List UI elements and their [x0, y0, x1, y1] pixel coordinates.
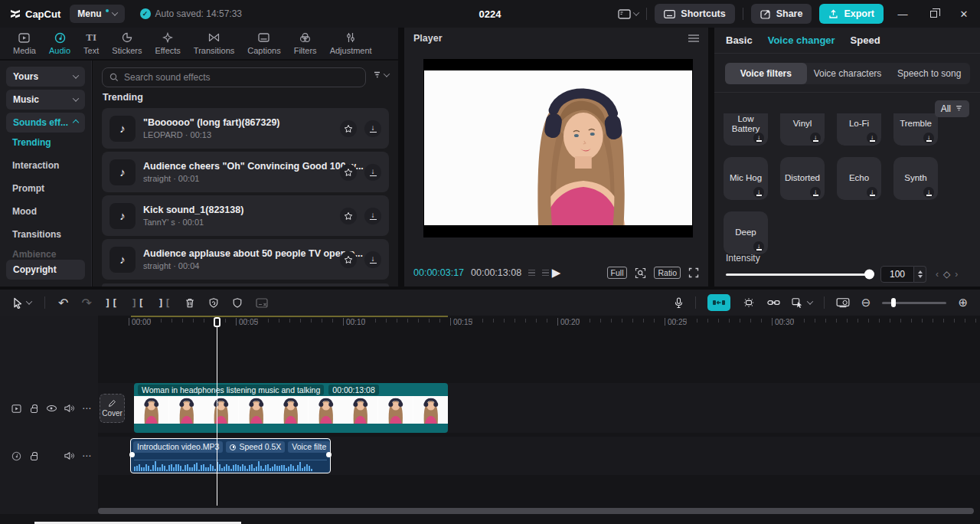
layout-display-button[interactable]: [618, 9, 639, 19]
preview-axis-button[interactable]: [836, 297, 850, 308]
tab-filters[interactable]: Filters: [289, 32, 322, 55]
lock-track-button[interactable]: [28, 450, 39, 461]
delete-right-button[interactable]: ][: [158, 297, 172, 309]
tab-voice-changer[interactable]: Voice changer: [768, 34, 835, 46]
voice-filter-distorted[interactable]: Distorted↓: [780, 157, 825, 200]
audio-clip-speed-badge[interactable]: Speed 0.5X: [226, 441, 285, 453]
auto-snap-button[interactable]: [707, 294, 730, 311]
favorite-button[interactable]: [340, 208, 357, 224]
audio-clip-selected[interactable]: Introduction video.MP3 Speed 0.5X Voice …: [130, 438, 331, 473]
timeline-zoom-slider[interactable]: [882, 302, 946, 304]
intensity-value[interactable]: 100: [880, 266, 914, 283]
voice-filter-echo[interactable]: Echo↓: [837, 157, 881, 200]
download-button[interactable]: ↓: [810, 187, 821, 198]
subtab-voice-filters[interactable]: Voice filters: [725, 63, 807, 84]
sidebar-group-music[interactable]: Music: [6, 90, 85, 110]
sidebar-item-mood[interactable]: Mood: [12, 206, 37, 217]
intensity-stepper[interactable]: [914, 266, 926, 283]
edit-cover-button[interactable]: Cover: [100, 394, 125, 423]
video-viewport[interactable]: [423, 59, 693, 237]
tab-stickers[interactable]: Stickers: [106, 32, 147, 55]
trim-handle-left[interactable]: [129, 452, 135, 457]
sidebar-item-prompt[interactable]: Prompt: [12, 183, 44, 194]
download-button[interactable]: ↓: [753, 187, 764, 198]
all-filter-button[interactable]: All: [935, 100, 969, 117]
subtab-voice-characters[interactable]: Voice characters: [807, 63, 889, 84]
search-bar[interactable]: [102, 67, 366, 87]
minimize-button[interactable]: —: [891, 0, 914, 28]
download-button[interactable]: ↓: [923, 133, 934, 143]
share-button[interactable]: Share: [751, 4, 812, 24]
preview-select-button[interactable]: [792, 297, 812, 308]
tab-effects[interactable]: Effects: [149, 32, 185, 55]
favorite-button[interactable]: [340, 164, 357, 181]
close-button[interactable]: ✕: [952, 0, 975, 28]
voice-filter-lo-fi[interactable]: Lo-Fi↓: [837, 113, 881, 146]
video-clip[interactable]: Woman in headphones listening music and …: [134, 383, 448, 433]
download-button[interactable]: ↓: [923, 187, 934, 198]
frame-compare-icon-2[interactable]: [542, 268, 549, 278]
trim-handle-right[interactable]: [326, 452, 332, 457]
tab-adjustment[interactable]: Adjustment: [325, 32, 377, 55]
download-button[interactable]: ↓: [810, 133, 821, 143]
favorite-button[interactable]: [340, 120, 357, 137]
fullscreen-button[interactable]: [688, 267, 699, 278]
next-keyframe-button[interactable]: ›: [955, 269, 958, 280]
link-clips-button[interactable]: [767, 299, 780, 306]
delete-left-button[interactable]: ][: [131, 297, 145, 309]
track-more-button[interactable]: ⋯: [81, 403, 92, 414]
mute-track-button[interactable]: [64, 403, 74, 414]
player-menu-button[interactable]: [688, 33, 699, 44]
shortcuts-button[interactable]: Shortcuts: [655, 4, 734, 24]
prev-keyframe-button[interactable]: ‹: [936, 269, 939, 280]
restore-button[interactable]: [922, 0, 945, 28]
frame-compare-icon[interactable]: [528, 268, 535, 278]
voice-filter-synth[interactable]: Synth↓: [893, 157, 938, 200]
tab-media[interactable]: Media: [8, 32, 41, 55]
sound-filter-button[interactable]: [372, 70, 389, 80]
tab-basic[interactable]: Basic: [726, 34, 753, 46]
lock-track-button[interactable]: [28, 403, 39, 414]
download-button[interactable]: ↓: [364, 120, 381, 137]
zoom-in-button[interactable]: ⊕: [958, 296, 968, 309]
play-button[interactable]: ▶: [552, 266, 561, 280]
voice-filter-tremble[interactable]: Tremble↓: [893, 113, 938, 146]
intensity-slider[interactable]: [726, 273, 873, 276]
timeline-horizontal-scrollbar[interactable]: [98, 508, 974, 514]
tab-speed[interactable]: Speed: [851, 34, 880, 46]
export-button[interactable]: Export: [819, 4, 884, 24]
shield-button[interactable]: [232, 297, 243, 309]
full-button[interactable]: Full: [607, 267, 628, 279]
remove-caption-button[interactable]: [256, 298, 268, 308]
magnetic-timeline-button[interactable]: [742, 297, 756, 308]
download-button[interactable]: ↓: [753, 133, 764, 143]
delete-button[interactable]: [185, 297, 195, 309]
download-button[interactable]: ↓: [867, 187, 877, 198]
sidebar-group-sound-effects[interactable]: Sounds eff...: [6, 113, 85, 133]
denoise-shield-button[interactable]: [208, 297, 219, 309]
menu-button[interactable]: Menu: [70, 5, 124, 23]
sidebar-item-transitions[interactable]: Transitions: [12, 229, 61, 240]
download-button[interactable]: ↓: [867, 133, 877, 143]
voice-filter-deep[interactable]: Deep↓: [724, 211, 768, 254]
sidebar-item-trending[interactable]: Trending: [12, 137, 51, 148]
search-input[interactable]: [124, 72, 358, 83]
download-button[interactable]: ↓: [364, 208, 381, 224]
sound-item[interactable]: ♪ Kick sound_1(823138)TannY' s · 00:01 ↓: [102, 195, 389, 236]
record-voiceover-button[interactable]: [674, 296, 684, 309]
voice-filter-low-battery[interactable]: Low Battery↓: [724, 113, 768, 146]
tab-audio[interactable]: Audio: [44, 32, 76, 55]
tab-text[interactable]: TI Text: [78, 32, 104, 55]
download-button[interactable]: ↓: [753, 241, 764, 252]
playhead[interactable]: [214, 317, 220, 506]
sound-item[interactable]: ♪ Audience cheers "Oh" Convincing Good 1…: [102, 152, 389, 192]
redo-button[interactable]: ↷: [81, 296, 91, 310]
preview-zoom-button[interactable]: [635, 267, 646, 279]
zoom-out-button[interactable]: ⊖: [861, 296, 871, 309]
tab-captions[interactable]: Captions: [242, 32, 286, 55]
voice-filter-vinyl[interactable]: Vinyl↓: [780, 113, 825, 146]
voice-filter-mic-hog[interactable]: Mic Hog↓: [724, 157, 768, 200]
mute-track-button[interactable]: [64, 450, 74, 461]
select-tool-button[interactable]: [12, 297, 31, 309]
keyframe-icon[interactable]: ◇: [943, 269, 950, 280]
